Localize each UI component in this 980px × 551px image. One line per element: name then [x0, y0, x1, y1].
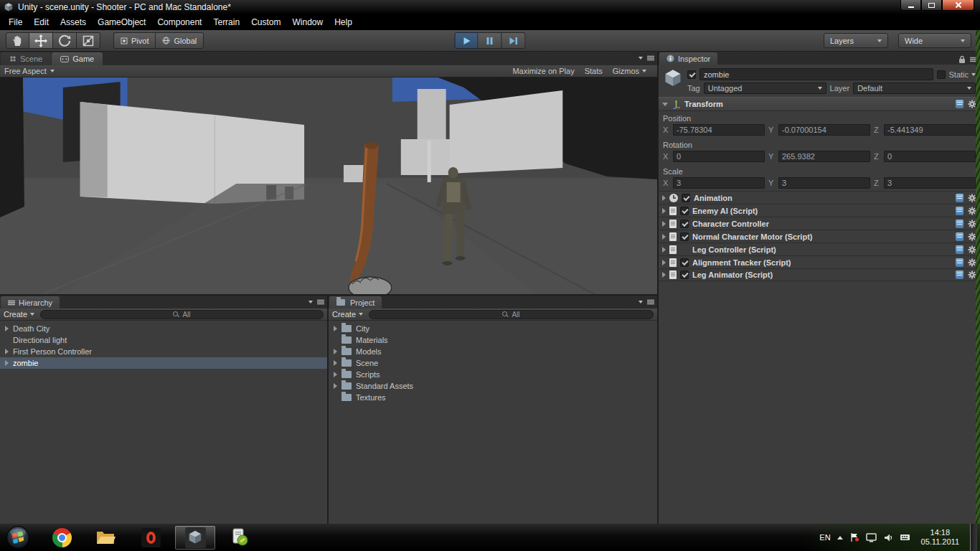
foldout-closed-icon[interactable]: [662, 260, 666, 265]
foldout-closed-icon[interactable]: [662, 208, 666, 214]
foldout-closed-icon[interactable]: [662, 195, 666, 201]
component-enemy-ai[interactable]: Enemy AI (Script): [659, 204, 980, 217]
component-character-controller[interactable]: Character Controller: [659, 217, 980, 230]
help-doc-icon[interactable]: [956, 100, 963, 108]
foldout-open-icon[interactable]: [662, 103, 668, 106]
component-enabled-checkbox[interactable]: [680, 220, 689, 228]
stats-button[interactable]: Stats: [580, 67, 608, 75]
help-doc-icon[interactable]: [956, 232, 963, 241]
hierarchy-item-death-city[interactable]: Death City: [0, 323, 327, 334]
menu-gameobject[interactable]: GameObject: [92, 15, 151, 29]
project-folder-models[interactable]: Models: [329, 346, 657, 357]
taskbar-editor-app-button[interactable]: [220, 526, 260, 550]
component-leg-controller[interactable]: Leg Controller (Script): [659, 242, 980, 255]
minimize-button[interactable]: [900, 0, 921, 11]
taskbar-unity-button[interactable]: [175, 526, 215, 550]
taskbar-chrome-button[interactable]: [42, 526, 82, 550]
tab-game[interactable]: Game: [52, 52, 103, 65]
gizmos-dropdown[interactable]: Gizmos: [608, 67, 651, 75]
game-viewport[interactable]: [0, 77, 657, 294]
position-y-field[interactable]: -0.07000154: [778, 124, 870, 136]
hidden-icons-chevron[interactable]: [837, 536, 843, 540]
component-enabled-checkbox[interactable]: [680, 207, 689, 215]
project-folder-standard-assets[interactable]: Standard Assets: [329, 380, 657, 392]
tag-dropdown[interactable]: Untagged: [704, 83, 826, 94]
taskbar-opera-button[interactable]: [131, 526, 171, 550]
play-button[interactable]: [455, 32, 479, 49]
static-toggle[interactable]: Static: [937, 70, 976, 79]
foldout-closed-icon[interactable]: [662, 247, 666, 253]
help-doc-icon[interactable]: [956, 207, 963, 215]
rotate-tool-button[interactable]: [53, 32, 77, 49]
expand-arrow-icon[interactable]: [334, 349, 337, 354]
help-doc-icon[interactable]: [956, 220, 963, 228]
project-folder-materials[interactable]: Materials: [329, 334, 657, 346]
component-enabled-checkbox[interactable]: [680, 270, 689, 279]
project-folder-scene[interactable]: Scene: [329, 357, 657, 369]
pane-dropdown-icon[interactable]: [308, 301, 313, 303]
move-tool-button[interactable]: [29, 32, 53, 49]
project-search-input[interactable]: All: [369, 310, 654, 319]
component-enabled-checkbox[interactable]: [680, 258, 689, 267]
maximize-on-play-button[interactable]: Maximize on Play: [507, 67, 579, 75]
language-indicator[interactable]: EN: [819, 533, 830, 542]
show-desktop-button[interactable]: [970, 524, 977, 551]
keyboard-layout-icon[interactable]: [900, 533, 910, 542]
component-animation[interactable]: Animation: [659, 191, 980, 204]
hierarchy-search-input[interactable]: All: [40, 310, 324, 319]
project-create-button[interactable]: Create: [332, 310, 363, 319]
hand-tool-button[interactable]: [6, 32, 29, 49]
scale-tool-button[interactable]: [77, 32, 100, 49]
scale-x-field[interactable]: 3: [673, 177, 765, 189]
volume-icon[interactable]: [883, 533, 893, 542]
help-doc-icon[interactable]: [956, 258, 963, 267]
clock[interactable]: 14:18 05.11.2011: [921, 528, 959, 547]
rotation-z-field[interactable]: 0: [884, 151, 976, 162]
position-z-field[interactable]: -5.441349: [884, 124, 976, 136]
tab-scene[interactable]: Scene: [1, 52, 51, 65]
menu-assets[interactable]: Assets: [55, 15, 92, 29]
step-button[interactable]: [502, 32, 526, 49]
start-button[interactable]: [6, 525, 30, 550]
component-normal-character-motor[interactable]: Normal Character Motor (Script): [659, 230, 980, 242]
gameobject-active-checkbox[interactable]: [687, 70, 696, 79]
help-doc-icon[interactable]: [956, 194, 963, 202]
global-button[interactable]: Global: [155, 32, 204, 49]
hierarchy-item-zombie[interactable]: zombie: [0, 357, 327, 369]
menu-file[interactable]: File: [3, 15, 28, 29]
hierarchy-create-button[interactable]: Create: [4, 310, 34, 319]
transform-component-header[interactable]: Transform: [659, 97, 980, 111]
component-enabled-checkbox[interactable]: [682, 194, 690, 202]
project-folder-scripts[interactable]: Scripts: [329, 369, 657, 380]
hierarchy-item-directional-light[interactable]: Directional light: [0, 334, 327, 346]
menu-component[interactable]: Component: [151, 15, 207, 29]
pane-dropdown-icon[interactable]: [639, 57, 643, 60]
aspect-dropdown[interactable]: Free Aspect: [0, 67, 59, 75]
taskbar-explorer-button[interactable]: [86, 526, 126, 550]
component-alignment-tracker[interactable]: Alignment Tracker (Script): [659, 255, 980, 268]
layout-dropdown[interactable]: Wide: [898, 33, 971, 48]
foldout-closed-icon[interactable]: [662, 272, 666, 278]
pane-menu-icon[interactable]: [317, 299, 324, 305]
menu-custom[interactable]: Custom: [245, 15, 286, 29]
help-doc-icon[interactable]: [956, 245, 963, 254]
layer-dropdown[interactable]: Default: [853, 83, 976, 94]
menu-help[interactable]: Help: [329, 15, 358, 29]
tab-hierarchy[interactable]: Hierarchy: [1, 296, 60, 309]
position-x-field[interactable]: -75.78304: [673, 124, 765, 136]
pane-dropdown-icon[interactable]: [639, 301, 643, 303]
pane-menu-icon[interactable]: [647, 55, 654, 61]
rotation-y-field[interactable]: 265.9382: [778, 151, 870, 162]
project-folder-textures[interactable]: Textures: [329, 392, 657, 403]
scale-z-field[interactable]: 3: [884, 177, 976, 189]
static-checkbox[interactable]: [937, 70, 946, 79]
expand-arrow-icon[interactable]: [334, 360, 337, 366]
scale-y-field[interactable]: 3: [778, 177, 870, 189]
rotation-x-field[interactable]: 0: [673, 151, 765, 162]
lock-icon[interactable]: [958, 55, 966, 64]
pivot-button[interactable]: Pivot: [113, 32, 155, 49]
menu-edit[interactable]: Edit: [28, 15, 55, 29]
tab-project[interactable]: Project: [329, 296, 382, 309]
expand-arrow-icon[interactable]: [5, 349, 9, 354]
project-folder-city[interactable]: City: [329, 323, 657, 334]
